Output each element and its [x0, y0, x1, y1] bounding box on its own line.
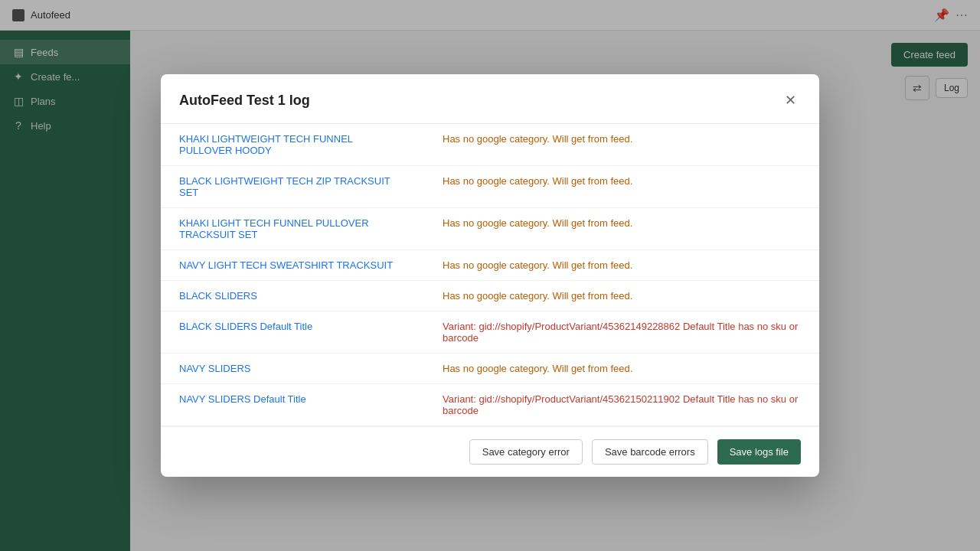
log-message: Variant: gid://shopify/ProductVariant/45… [424, 384, 819, 426]
product-name[interactable]: BLACK LIGHTWEIGHT TECH ZIP TRACKSUIT SET [161, 166, 424, 208]
log-message: Has no google category. Will get from fe… [424, 208, 819, 250]
table-row: KHAKI LIGHTWEIGHT TECH FUNNEL PULLOVER H… [161, 124, 819, 166]
log-message: Has no google category. Will get from fe… [424, 166, 819, 208]
table-row: BLACK LIGHTWEIGHT TECH ZIP TRACKSUIT SET… [161, 166, 819, 208]
table-row: KHAKI LIGHT TECH FUNNEL PULLOVER TRACKSU… [161, 208, 819, 250]
product-name[interactable]: KHAKI LIGHTWEIGHT TECH FUNNEL PULLOVER H… [161, 124, 424, 166]
modal-title: AutoFeed Test 1 log [179, 93, 310, 109]
modal-header: AutoFeed Test 1 log ✕ [161, 74, 819, 124]
log-message: Has no google category. Will get from fe… [424, 124, 819, 166]
table-row: BLACK SLIDERS Default TitleVariant: gid:… [161, 311, 819, 354]
log-table: KHAKI LIGHTWEIGHT TECH FUNNEL PULLOVER H… [161, 124, 819, 426]
log-message: Has no google category. Will get from fe… [424, 250, 819, 281]
log-message: Variant: gid://shopify/ProductVariant/45… [424, 311, 819, 354]
log-message: Has no google category. Will get from fe… [424, 354, 819, 384]
product-name[interactable]: NAVY SLIDERS Default Title [161, 384, 424, 426]
table-row: BLACK SLIDERSHas no google category. Wil… [161, 281, 819, 311]
table-row: NAVY LIGHT TECH SWEATSHIRT TRACKSUITHas … [161, 250, 819, 281]
log-message: Has no google category. Will get from fe… [424, 281, 819, 311]
modal-close-button[interactable]: ✕ [779, 90, 801, 111]
modal-body: KHAKI LIGHTWEIGHT TECH FUNNEL PULLOVER H… [161, 124, 819, 426]
product-name[interactable]: KHAKI LIGHT TECH FUNNEL PULLOVER TRACKSU… [161, 208, 424, 250]
modal-footer: Save category error Save barcode errors … [161, 426, 819, 477]
save-logs-file-button[interactable]: Save logs file [717, 439, 801, 465]
product-name[interactable]: NAVY LIGHT TECH SWEATSHIRT TRACKSUIT [161, 250, 424, 281]
table-row: NAVY SLIDERSHas no google category. Will… [161, 354, 819, 384]
table-row: NAVY SLIDERS Default TitleVariant: gid:/… [161, 384, 819, 426]
log-modal: AutoFeed Test 1 log ✕ KHAKI LIGHTWEIGHT … [161, 74, 819, 477]
save-barcode-errors-button[interactable]: Save barcode errors [592, 439, 708, 465]
save-category-error-button[interactable]: Save category error [469, 439, 583, 465]
product-name[interactable]: BLACK SLIDERS Default Title [161, 311, 424, 354]
product-name[interactable]: BLACK SLIDERS [161, 281, 424, 311]
product-name[interactable]: NAVY SLIDERS [161, 354, 424, 384]
